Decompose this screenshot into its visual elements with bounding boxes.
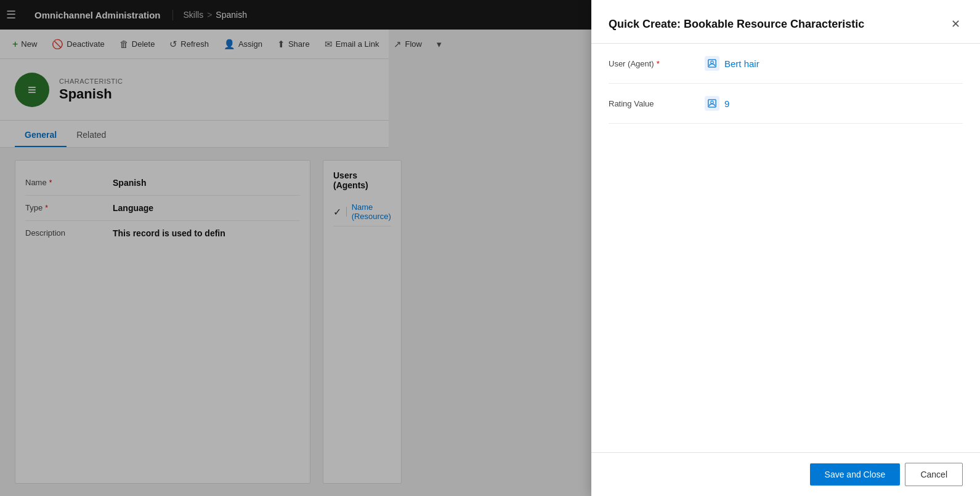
cancel-button[interactable]: Cancel: [905, 463, 963, 486]
svg-point-3: [711, 101, 713, 103]
quick-create-body: User (Agent) * Bert hair Rating Value: [591, 44, 980, 452]
label-rating-value: Rating Value: [609, 99, 695, 108]
value-user-agent: Bert hair: [705, 56, 759, 71]
quick-create-title: Quick Create: Bookable Resource Characte…: [609, 18, 864, 31]
close-button[interactable]: ✕: [949, 15, 963, 33]
modal-overlay: [0, 0, 591, 496]
quick-create-footer: Save and Close Cancel: [591, 452, 980, 496]
svg-point-1: [711, 61, 713, 63]
rating-value-value[interactable]: 9: [724, 98, 729, 109]
save-and-close-button[interactable]: Save and Close: [810, 463, 901, 486]
user-agent-value[interactable]: Bert hair: [724, 58, 759, 69]
field-user-agent: User (Agent) * Bert hair: [609, 44, 963, 84]
quick-create-header: Quick Create: Bookable Resource Characte…: [591, 0, 980, 44]
field-rating-value: Rating Value 9: [609, 84, 963, 124]
quick-create-panel: Quick Create: Bookable Resource Characte…: [591, 0, 980, 496]
value-rating-value: 9: [705, 96, 729, 111]
rating-value-lookup-icon: [705, 96, 719, 111]
label-user-agent: User (Agent) *: [609, 59, 695, 68]
user-agent-lookup-icon: [705, 56, 719, 71]
user-agent-required: *: [657, 59, 660, 68]
